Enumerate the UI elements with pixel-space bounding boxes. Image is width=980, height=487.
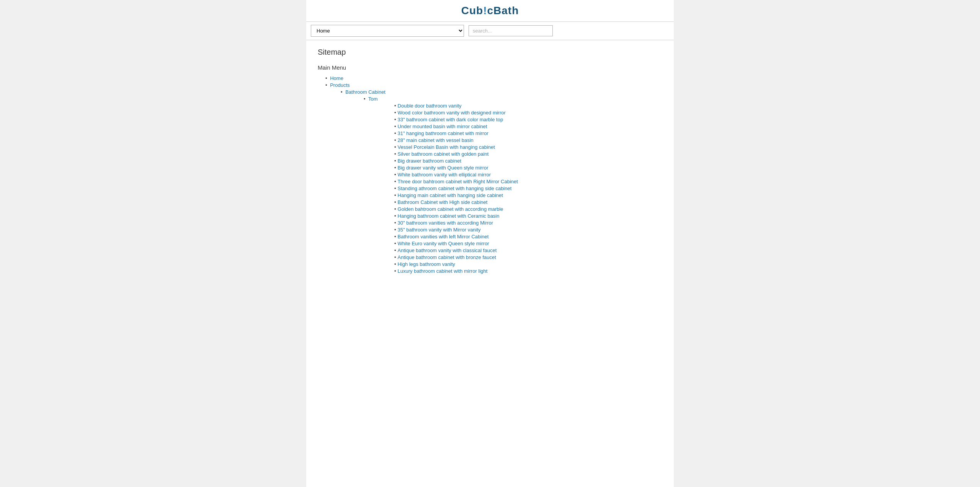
list-item: Big drawer bathroom cabinet [364,158,662,164]
list-item: Silver bathroom cabinet with golden pain… [364,151,662,157]
list-item: Bathroom Cabinet with High side cabinet [364,199,662,205]
list-item: Bathroom Cabinet Tom Double door bathroo… [325,89,662,274]
nav-link-item[interactable]: Golden bahtroom cabinet with according m… [398,206,503,212]
nav-link-item[interactable]: White bathroom vanity with elliptical mi… [398,172,491,178]
list-item: Golden bahtroom cabinet with according m… [364,206,662,212]
nav-link-bathroom-cabinet[interactable]: Bathroom Cabinet [345,89,385,95]
list-item: White bathroom vanity with elliptical mi… [364,172,662,178]
list-item: 33" bathroom cabinet with dark color mar… [364,117,662,122]
list-item: 35" bathroom vanity with Mirror vanity [364,227,662,233]
navigation-bar: Home Products [306,22,674,40]
list-item: Antique bathroom cabinet with bronze fau… [364,254,662,260]
list-item: Three door bahtroom cabinet with Right M… [364,179,662,184]
search-input[interactable] [469,25,553,36]
nav-link-item[interactable]: White Euro vanity with Queen style mirro… [398,241,489,246]
list-item: 31" hanging bathroom cabinet with mirror [364,130,662,136]
list-item: Under mounted basin with mirror cabinet [364,124,662,129]
nav-link-item[interactable]: High legs bathroom vanity [398,261,455,267]
list-item: White Euro vanity with Queen style mirro… [364,241,662,246]
nav-link-item[interactable]: Luxury bathroom cabinet with mirror ligh… [398,268,488,274]
nav-link-products[interactable]: Products [330,82,350,88]
nav-link-home[interactable]: Home [330,75,343,81]
site-logo: Cub!cBath [314,5,666,17]
nav-link-item[interactable]: Three door bahtroom cabinet with Right M… [398,179,518,184]
nav-link-item[interactable]: Antique bathroom vanity with classical f… [398,248,497,253]
list-item: 28" main cabinet with vessel basin [364,137,662,143]
main-content: Sitemap Main Menu Home Products Bathroom… [306,40,674,290]
list-item: Antique bathroom vanity with classical f… [364,248,662,253]
nav-link-item[interactable]: 28" main cabinet with vessel basin [398,137,474,143]
page-title: Sitemap [318,48,662,57]
list-item: Products Bathroom Cabinet Tom Double doo… [318,82,662,274]
list-item: Hanging main cabinet with hanging side c… [364,192,662,198]
nav-link-item[interactable]: Silver bathroom cabinet with golden pain… [398,151,489,157]
list-item: Luxury bathroom cabinet with mirror ligh… [364,268,662,274]
nav-link-item[interactable]: 31" hanging bathroom cabinet with mirror [398,130,488,136]
list-item: Vessel Porcelain Basin with hanging cabi… [364,144,662,150]
list-item: Tom Double door bathroom vanity Wood col… [341,96,662,274]
list-item: Bathroom vanities with left Mirror Cabin… [364,234,662,239]
nav-link-item[interactable]: 33" bathroom cabinet with dark color mar… [398,117,503,122]
nav-link-item[interactable]: 35" bathroom vanity with Mirror vanity [398,227,481,233]
list-item: Wood color bathroom vanity with designed… [364,110,662,116]
nav-link-item[interactable]: Standing athroom cabinet with hanging si… [398,186,512,191]
nav-link-tom[interactable]: Tom [368,96,378,102]
nav-link-item[interactable]: Under mounted basin with mirror cabinet [398,124,487,129]
section-title: Main Menu [318,64,662,71]
bathroom-cabinet-submenu: Tom Double door bathroom vanity Wood col… [341,96,662,274]
nav-link-item[interactable]: 30" bathroom vanities with according Mir… [398,220,493,226]
list-item: Standing athroom cabinet with hanging si… [364,186,662,191]
nav-link-item[interactable]: Vessel Porcelain Basin with hanging cabi… [398,144,495,150]
list-item: 30" bathroom vanities with according Mir… [364,220,662,226]
nav-link-item[interactable]: Hanging main cabinet with hanging side c… [398,192,503,198]
nav-link-item[interactable]: Antique bathroom cabinet with bronze fau… [398,254,496,260]
nav-link-item[interactable]: Double door bathroom vanity [398,103,462,109]
list-item: Hanging bathroom cabinet with Ceramic ba… [364,213,662,219]
nav-dropdown[interactable]: Home Products [311,25,464,37]
nav-link-item[interactable]: Hanging bathroom cabinet with Ceramic ba… [398,213,500,219]
nav-link-item[interactable]: Wood color bathroom vanity with designed… [398,110,506,116]
nav-link-item[interactable]: Big drawer bathroom cabinet [398,158,461,164]
tom-submenu: Double door bathroom vanity Wood color b… [364,103,662,274]
site-header: Cub!cBath [306,0,674,22]
list-item: Home [318,75,662,81]
products-submenu: Bathroom Cabinet Tom Double door bathroo… [325,89,662,274]
nav-link-item[interactable]: Big drawer vanity with Queen style mirro… [398,165,488,171]
sitemap-root-list: Home Products Bathroom Cabinet Tom Doubl… [318,75,662,274]
nav-link-item[interactable]: Bathroom vanities with left Mirror Cabin… [398,234,489,239]
nav-link-item[interactable]: Bathroom Cabinet with High side cabinet [398,199,488,205]
list-item: High legs bathroom vanity [364,261,662,267]
list-item: Double door bathroom vanity [364,103,662,109]
list-item: Big drawer vanity with Queen style mirro… [364,165,662,171]
